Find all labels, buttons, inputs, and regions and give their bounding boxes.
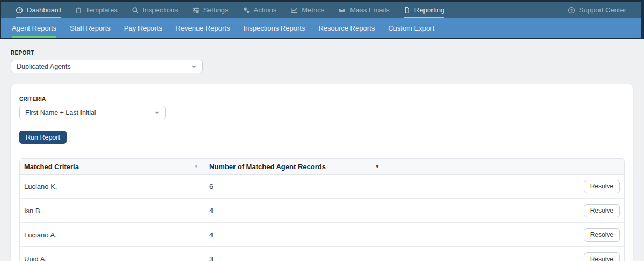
gauge-icon (16, 6, 23, 14)
reports-sub-navigation: Agent Reports Staff Reports Pay Reports … (1, 18, 641, 38)
envelope-icon (338, 6, 346, 13)
resolve-button[interactable]: Resolve (584, 204, 620, 218)
table-row: Luciano K. 6 Resolve (20, 175, 624, 199)
chevron-down-icon (191, 63, 197, 69)
topnav-item-label: Reporting (414, 6, 444, 14)
table-row: Isn B. 4 Resolve (20, 199, 624, 223)
report-select-value: Duplicated Agents (17, 63, 71, 70)
clipboard-icon (75, 6, 82, 14)
subnav-item-staff-reports[interactable]: Staff Reports (70, 18, 111, 38)
matched-count-cell: 4 (205, 207, 386, 215)
topnav-item-label: Dashboard (27, 6, 61, 14)
subnav-item-pay-reports[interactable]: Pay Reports (124, 18, 163, 38)
column-header-actions (386, 159, 624, 174)
subnav-item-label: Staff Reports (70, 24, 111, 32)
topnav-item-mass-emails[interactable]: Mass Emails (338, 2, 390, 18)
topnav-item-label: Mass Emails (350, 6, 390, 14)
criteria-select-value: First Name + Last Initial (25, 109, 96, 117)
topnav-item-label: Settings (203, 6, 229, 14)
resolve-button[interactable]: Resolve (584, 252, 620, 261)
subnav-item-agent-reports[interactable]: Agent Reports (12, 18, 56, 38)
sort-caret-icon[interactable]: ▾ (376, 164, 378, 169)
header-frame: Dashboard Templates Inspections Settings… (0, 0, 644, 39)
subnav-item-label: Custom Export (388, 24, 434, 32)
chart-icon (290, 6, 298, 14)
topnav-item-settings[interactable]: Settings (192, 2, 229, 18)
topnav-item-templates[interactable]: Templates (75, 2, 118, 18)
topnav-item-inspections[interactable]: Inspections (131, 2, 178, 18)
matched-criteria-cell: Uuid A. (20, 255, 205, 261)
support-center-label: Support Center (579, 6, 626, 14)
subnav-item-inspections-reports[interactable]: Inspections Reports (243, 18, 305, 38)
subnav-item-label: Agent Reports (12, 24, 56, 32)
table-row: Luciano A. 4 Resolve (20, 223, 624, 247)
criteria-label: CRITERIA (19, 96, 625, 102)
subnav-item-custom-export[interactable]: Custom Export (388, 18, 434, 38)
top-navigation: Dashboard Templates Inspections Settings… (1, 2, 641, 18)
run-report-button[interactable]: Run Report (19, 130, 67, 144)
topnav-item-label: Metrics (302, 6, 324, 14)
gears-icon (243, 6, 250, 14)
subnav-item-label: Revenue Reports (175, 24, 230, 32)
topnav-item-reporting[interactable]: Reporting (404, 2, 444, 18)
sliders-icon (192, 6, 200, 14)
matched-criteria-cell: Luciano A. (20, 231, 205, 239)
search-icon (131, 6, 139, 14)
question-circle-icon: ? (568, 6, 575, 14)
support-center-link[interactable]: ? Support Center (568, 2, 626, 18)
matched-count-cell: 6 (205, 183, 386, 191)
document-icon (404, 6, 411, 14)
subnav-item-resource-reports[interactable]: Resource Reports (318, 18, 375, 38)
matched-criteria-cell: Isn B. (20, 207, 205, 215)
criteria-select[interactable]: First Name + Last Initial (19, 106, 166, 119)
table-header-row: Matched Criteria ▾ Number of Matched Age… (20, 159, 624, 175)
topnav-item-actions[interactable]: Actions (243, 2, 277, 18)
main-content: REPORT Duplicated Agents CRITERIA First … (0, 50, 644, 261)
subnav-item-label: Resource Reports (318, 24, 375, 32)
report-field-group: REPORT Duplicated Agents (11, 50, 633, 73)
column-header-matched-records[interactable]: Number of Matched Agent Records ▾ (205, 159, 386, 174)
matched-count-cell: 4 (205, 231, 386, 239)
topnav-item-label: Templates (86, 6, 118, 14)
column-header-label: Matched Criteria (24, 163, 79, 171)
criteria-field-group: CRITERIA First Name + Last Initial (11, 84, 633, 119)
report-card: CRITERIA First Name + Last Initial Run R… (11, 84, 633, 261)
sort-caret-icon[interactable]: ▾ (195, 164, 197, 169)
matched-criteria-cell: Luciano K. (20, 183, 205, 191)
report-label: REPORT (11, 50, 633, 56)
run-report-row: Run Report (11, 125, 633, 144)
chevron-down-icon (154, 110, 160, 115)
resolve-button[interactable]: Resolve (584, 228, 620, 242)
matched-count-cell: 3 (205, 255, 386, 261)
topnav-item-label: Actions (254, 6, 277, 14)
column-header-label: Number of Matched Agent Records (209, 163, 326, 171)
report-select[interactable]: Duplicated Agents (11, 60, 203, 73)
subnav-item-label: Inspections Reports (243, 24, 305, 32)
section-divider (11, 151, 633, 151)
subnav-item-label: Pay Reports (124, 24, 163, 32)
resolve-button[interactable]: Resolve (584, 180, 620, 193)
table-row: Uuid A. 3 Resolve (20, 247, 624, 261)
topnav-item-metrics[interactable]: Metrics (290, 2, 324, 18)
topnav-item-dashboard[interactable]: Dashboard (16, 2, 61, 18)
topnav-item-label: Inspections (143, 6, 178, 14)
results-table: Matched Criteria ▾ Number of Matched Age… (19, 158, 625, 261)
subnav-item-revenue-reports[interactable]: Revenue Reports (175, 18, 230, 38)
svg-text:?: ? (570, 8, 573, 12)
column-header-matched-criteria[interactable]: Matched Criteria ▾ (20, 159, 205, 174)
